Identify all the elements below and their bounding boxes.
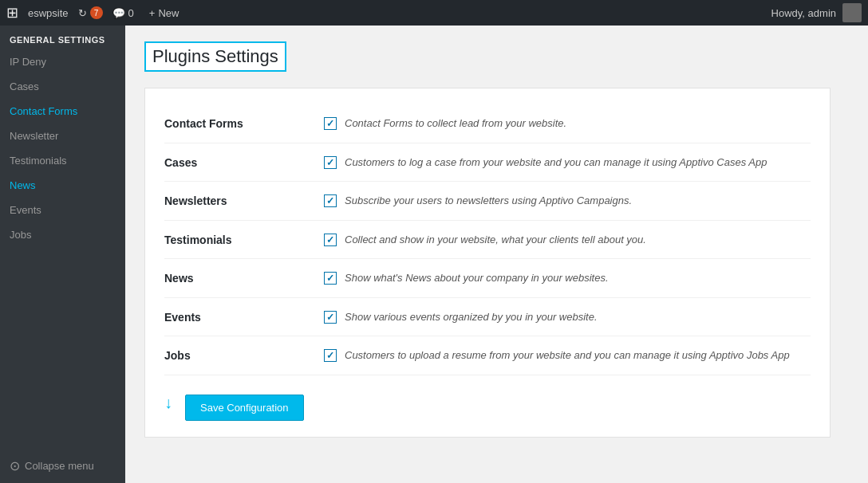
admin-bar: ⊞ eswpsite ↻ 7 💬 0 + New Howdy, admin xyxy=(0,0,868,26)
updates-count: 7 xyxy=(90,6,103,19)
wp-logo-icon[interactable]: ⊞ xyxy=(6,4,18,22)
arrow-icon: ↓ xyxy=(164,395,172,410)
plugin-desc-events: Show various events organized by you in … xyxy=(345,309,598,325)
admin-bar-right: Howdy, admin xyxy=(771,3,862,22)
plugin-label-cases: Cases xyxy=(164,155,324,169)
refresh-icon: ↻ xyxy=(78,7,87,19)
comments-count: 0 xyxy=(128,7,134,19)
comments-item[interactable]: 💬 0 xyxy=(112,7,134,19)
plugin-row-news: News Show what's News about your company… xyxy=(164,259,811,298)
howdy-text: Howdy, admin xyxy=(771,7,836,19)
plugin-check-desc-newsletters: Subscribe your users to newsletters usin… xyxy=(324,193,811,209)
new-label: New xyxy=(158,7,179,19)
content-area: Plugins Settings Contact Forms Contact F… xyxy=(125,26,868,483)
comment-icon: 💬 xyxy=(112,7,125,19)
save-section: ↓ Save Configuration xyxy=(164,395,811,421)
sidebar-item-ip-deny[interactable]: IP Deny xyxy=(0,49,125,74)
site-name[interactable]: eswpsite xyxy=(28,7,69,19)
plugin-row-newsletters: Newsletters Subscribe your users to news… xyxy=(164,182,811,221)
plugin-label-newsletters: Newsletters xyxy=(164,193,324,207)
plugin-desc-jobs: Customers to upload a resume from your w… xyxy=(345,348,790,363)
plugin-label-news: News xyxy=(164,270,324,285)
plugin-desc-cases: Customers to log a case from your websit… xyxy=(345,155,767,171)
plugin-desc-testimonials: Collect and show in your website, what y… xyxy=(345,232,646,248)
sidebar: General Settings IP Deny Cases Contact F… xyxy=(0,26,125,483)
collapse-icon: ⊙ xyxy=(10,458,20,473)
sidebar-item-contact-forms[interactable]: Contact Forms xyxy=(0,99,125,124)
plugin-check-desc-jobs: Customers to upload a resume from your w… xyxy=(324,348,811,363)
checkbox-events[interactable] xyxy=(324,311,337,324)
plugin-row-contact-forms: Contact Forms Contact Forms to collect l… xyxy=(164,104,811,143)
plugin-check-desc-testimonials: Collect and show in your website, what y… xyxy=(324,232,811,248)
main-layout: General Settings IP Deny Cases Contact F… xyxy=(0,26,868,483)
plugin-label-testimonials: Testimonials xyxy=(164,232,324,246)
sidebar-item-testimonials[interactable]: Testimonials xyxy=(0,148,125,173)
plugin-label-contact-forms: Contact Forms xyxy=(164,116,324,130)
plugin-check-desc-news: Show what's News about your company in y… xyxy=(324,270,811,286)
save-configuration-button[interactable]: Save Configuration xyxy=(185,395,304,421)
new-content-button[interactable]: + New xyxy=(144,5,185,22)
sidebar-item-cases[interactable]: Cases xyxy=(0,74,125,99)
plugin-row-testimonials: Testimonials Collect and show in your we… xyxy=(164,221,811,260)
sidebar-item-events[interactable]: Events xyxy=(0,198,125,222)
plugin-label-jobs: Jobs xyxy=(164,348,324,362)
plugin-desc-news: Show what's News about your company in y… xyxy=(345,270,609,286)
sidebar-item-news[interactable]: News xyxy=(0,173,125,198)
plugin-row-events: Events Show various events organized by … xyxy=(164,298,811,337)
sidebar-item-newsletter[interactable]: Newsletter xyxy=(0,124,125,148)
plugin-desc-newsletters: Subscribe your users to newsletters usin… xyxy=(345,193,632,209)
avatar[interactable] xyxy=(842,3,862,22)
sidebar-section-header: General Settings xyxy=(0,26,125,49)
plus-icon: + xyxy=(149,7,156,19)
updates-item[interactable]: ↻ 7 xyxy=(78,6,103,19)
plugin-check-desc-events: Show various events organized by you in … xyxy=(324,309,811,325)
checkbox-jobs[interactable] xyxy=(324,349,337,362)
checkbox-news[interactable] xyxy=(324,272,337,285)
checkbox-testimonials[interactable] xyxy=(324,234,337,246)
plugin-row-jobs: Jobs Customers to upload a resume from y… xyxy=(164,336,811,375)
plugin-desc-contact-forms: Contact Forms to collect lead from your … xyxy=(345,116,566,132)
plugin-check-desc-contact-forms: Contact Forms to collect lead from your … xyxy=(324,116,811,132)
plugin-row-cases: Cases Customers to log a case from your … xyxy=(164,143,811,183)
plugin-check-desc-cases: Customers to log a case from your websit… xyxy=(324,155,811,171)
checkbox-newsletters[interactable] xyxy=(324,194,337,207)
collapse-menu-button[interactable]: ⊙ Collapse menu xyxy=(0,449,125,483)
checkbox-cases[interactable] xyxy=(324,156,337,169)
checkbox-contact-forms[interactable] xyxy=(324,117,337,130)
sidebar-item-jobs[interactable]: Jobs xyxy=(0,222,125,247)
page-title: Plugins Settings xyxy=(144,41,286,72)
plugin-label-events: Events xyxy=(164,309,324,324)
collapse-label: Collapse menu xyxy=(25,460,94,472)
plugins-settings-box: Contact Forms Contact Forms to collect l… xyxy=(144,88,831,438)
